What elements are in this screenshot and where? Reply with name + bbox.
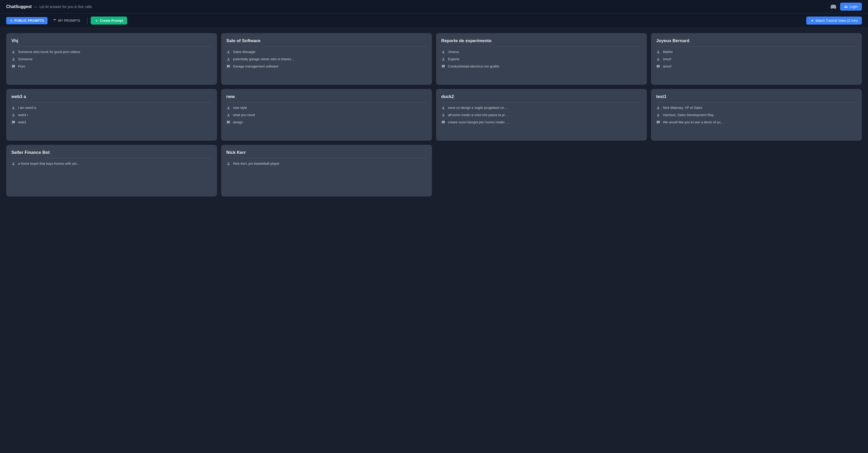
person-icon bbox=[11, 113, 16, 118]
person-icon bbox=[11, 106, 16, 110]
card-person2-text: Someone bbox=[18, 57, 33, 61]
card-row-person1: Nick Maloney, VP of Sales bbox=[656, 106, 857, 110]
card-row-person2: Experto bbox=[441, 57, 642, 62]
cards-grid: Vhj Someone who loook for good porn vide… bbox=[0, 28, 868, 202]
card-row-person1: Sales Manager bbox=[226, 50, 427, 55]
card-person2-text: Experto bbox=[448, 57, 460, 61]
card-title: Seller Finance Bot bbox=[11, 150, 212, 159]
header-right: Login bbox=[830, 3, 862, 10]
person-icon bbox=[441, 106, 445, 110]
card-chat-text: creare nuovi bisogni per l'uomo medio cr… bbox=[448, 120, 510, 124]
person-icon bbox=[226, 162, 230, 166]
public-prompts-tab[interactable]: PUBLIC PROMPTS bbox=[6, 17, 48, 24]
card-title: test1 bbox=[656, 94, 857, 103]
login-button[interactable]: Login bbox=[840, 3, 862, 10]
card-person1-text: new style bbox=[233, 106, 247, 110]
card-title: duck2 bbox=[441, 94, 642, 103]
card-person1-text: Nick Kerr, pro basketball player bbox=[233, 162, 280, 166]
person-icon bbox=[441, 57, 445, 62]
card-row-person1: new style bbox=[226, 106, 427, 110]
my-prompts-label: MY PROMPTS bbox=[58, 19, 80, 23]
card-person1-text: a home buyer that buys homes with selle.… bbox=[18, 162, 80, 166]
card-title: Sale of Software bbox=[226, 38, 427, 47]
create-prompt-button[interactable]: Create Prompt bbox=[91, 17, 127, 25]
toolbar: PUBLIC PROMPTS MY PROMPTS Create Prompt … bbox=[0, 13, 868, 28]
card-title: new bbox=[226, 94, 427, 103]
card-person2-text: all'uomo medio a colui che passa la prop… bbox=[448, 113, 510, 117]
card-row-chat: Porn bbox=[11, 64, 212, 69]
card-row-person2: smurf bbox=[656, 57, 857, 62]
login-label: Login bbox=[849, 5, 858, 8]
person-icon bbox=[656, 50, 660, 55]
card-seller-finance-bot[interactable]: Seller Finance Bot a home buyer that buy… bbox=[6, 145, 217, 197]
card-row-person2: Harrison, Sales Development Rep bbox=[656, 113, 857, 118]
person-icon bbox=[226, 57, 230, 62]
card-person1-text: Jimena bbox=[448, 50, 459, 54]
card-title: Reporte de experimento bbox=[441, 38, 642, 47]
card-row-person1: a home buyer that buys homes with selle.… bbox=[11, 162, 212, 166]
tutorial-button[interactable]: Watch Tutorial Video (2 min) bbox=[806, 17, 862, 25]
card-row-chat: Conductividad electrica con grafito bbox=[441, 64, 642, 69]
card-sale-of-software[interactable]: Sale of Software Sales Manager potential… bbox=[221, 33, 432, 85]
card-new[interactable]: new new style what you need design bbox=[221, 89, 432, 141]
card-chat-text: Porn bbox=[18, 64, 25, 68]
discord-icon[interactable] bbox=[830, 3, 837, 10]
person-icon bbox=[656, 57, 660, 62]
person-icon bbox=[226, 106, 230, 110]
card-nick-kerr[interactable]: Nick Kerr Nick Kerr, pro basketball play… bbox=[221, 145, 432, 197]
card-test1[interactable]: test1 Nick Maloney, VP of Sales Harrison… bbox=[651, 89, 862, 141]
chat-icon bbox=[226, 120, 230, 125]
card-joyeux-bernard[interactable]: Joyeux Bernard Mathis smurf amurf bbox=[651, 33, 862, 85]
card-reporte-de-experimento[interactable]: Reporte de experimento Jimena Experto Co… bbox=[436, 33, 647, 85]
card-row-chat: design bbox=[226, 120, 427, 125]
card-title: web3 a bbox=[11, 94, 212, 103]
card-person2-text: potentially garage owner who is interest… bbox=[233, 57, 295, 61]
chat-icon bbox=[656, 65, 660, 69]
chat-icon bbox=[11, 120, 16, 125]
chat-icon bbox=[441, 65, 445, 69]
card-vhj[interactable]: Vhj Someone who loook for good porn vide… bbox=[6, 33, 217, 85]
card-person1-text: Mathis bbox=[663, 50, 673, 54]
card-person2-text: smurf bbox=[663, 57, 672, 61]
chat-icon bbox=[11, 65, 16, 69]
card-row-person1: Jimena bbox=[441, 50, 642, 55]
card-web3-a[interactable]: web3 a i am web3 a web3 r web3 bbox=[6, 89, 217, 141]
person-icon bbox=[656, 106, 660, 110]
card-row-person1: Mathis bbox=[656, 50, 857, 55]
card-title: Nick Kerr bbox=[226, 150, 427, 159]
card-title: Joyeux Bernard bbox=[656, 38, 857, 47]
card-person1-text: sono un design e voglio progettare un nu… bbox=[448, 106, 510, 110]
person-icon bbox=[11, 162, 16, 166]
person-icon bbox=[441, 113, 445, 118]
card-chat-text: Garage management software bbox=[233, 64, 278, 68]
card-row-person1: Nick Kerr, pro basketball player bbox=[226, 162, 427, 166]
card-chat-text: We would like you to see a demo of our .… bbox=[663, 120, 725, 124]
person-icon bbox=[441, 50, 445, 55]
card-chat-text: web3 bbox=[18, 120, 26, 124]
chat-icon bbox=[441, 120, 445, 125]
card-title: Vhj bbox=[11, 38, 212, 47]
card-person2-text: web3 r bbox=[18, 113, 28, 117]
card-row-person2: all'uomo medio a colui che passa la prop… bbox=[441, 113, 642, 118]
person-icon bbox=[226, 50, 230, 55]
toolbar-left: PUBLIC PROMPTS MY PROMPTS Create Prompt bbox=[6, 17, 127, 25]
card-duck2[interactable]: duck2 sono un design e voglio progettare… bbox=[436, 89, 647, 141]
card-row-chat: web3 bbox=[11, 120, 212, 125]
card-person1-text: Nick Maloney, VP of Sales bbox=[663, 106, 702, 110]
person-icon bbox=[11, 50, 16, 55]
card-row-person1: sono un design e voglio progettare un nu… bbox=[441, 106, 642, 110]
card-row-person1: i am web3 a bbox=[11, 106, 212, 110]
header: ChatSuggest — Let AI answer for you in l… bbox=[0, 0, 868, 13]
my-prompts-tab[interactable]: MY PROMPTS bbox=[50, 17, 84, 25]
person-icon bbox=[11, 57, 16, 62]
tutorial-label: Watch Tutorial Video (2 min) bbox=[815, 19, 858, 23]
card-row-person2: Someone bbox=[11, 57, 212, 62]
card-person1-text: Sales Manager bbox=[233, 50, 255, 54]
card-person2-text: what you need bbox=[233, 113, 255, 117]
card-person1-text: i am web3 a bbox=[18, 106, 36, 110]
card-chat-text: design bbox=[233, 120, 243, 124]
card-chat-text: amurf bbox=[663, 64, 672, 68]
header-separator: — bbox=[34, 5, 37, 9]
card-row-person2: what you need bbox=[226, 113, 427, 118]
brand-name: ChatSuggest bbox=[6, 4, 32, 9]
